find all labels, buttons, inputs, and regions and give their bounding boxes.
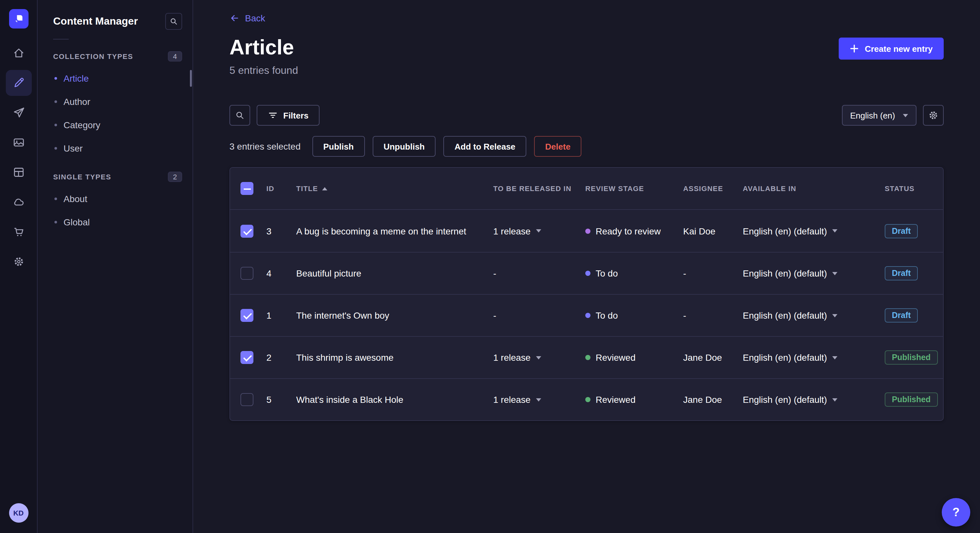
row-checkbox[interactable] (240, 351, 253, 364)
search-icon (169, 17, 178, 26)
column-assignee[interactable]: ASSIGNEE (683, 185, 743, 192)
column-review-stage[interactable]: REVIEW STAGE (585, 185, 683, 192)
column-id[interactable]: ID (266, 185, 296, 192)
cell-available-in[interactable]: English (en) (default) (743, 394, 885, 405)
filters-button[interactable]: Filters (257, 105, 320, 125)
nav-deploy[interactable] (5, 189, 32, 215)
view-settings-button[interactable] (923, 105, 944, 125)
sidebar-search-button[interactable] (165, 13, 182, 30)
search-icon (235, 110, 245, 121)
nav-content-type-builder[interactable] (5, 159, 32, 185)
sidebar-section-single-types: SINGLE TYPES 2 AboutGlobal (38, 171, 192, 234)
avatar-initials: KD (13, 509, 24, 517)
chevron-down-icon (832, 398, 837, 401)
cell-to-be-released-in[interactable]: 1 release (493, 352, 585, 363)
cell-title: This shrimp is awesome (296, 352, 493, 363)
nav-content-manager[interactable] (5, 70, 32, 96)
nav-home[interactable] (5, 40, 32, 66)
nav-settings[interactable] (5, 249, 32, 274)
app-window: KD Content Manager COLLECTION TYPES 4 Ar… (0, 0, 980, 533)
entries-count: 5 entries found (229, 63, 298, 78)
chevron-down-icon (536, 398, 541, 401)
cell-review-stage: Ready to review (585, 226, 683, 236)
back-link[interactable]: Back (229, 13, 265, 23)
section-label: SINGLE TYPES (53, 173, 111, 181)
cell-to-be-released-in[interactable]: 1 release (493, 226, 585, 236)
sidebar-item-article[interactable]: Article (48, 67, 187, 90)
sidebar-item-about[interactable]: About (48, 187, 187, 211)
gear-icon (928, 109, 939, 121)
bullet-icon (54, 221, 57, 224)
sidebar-item-label: User (64, 143, 83, 154)
user-avatar[interactable]: KD (9, 503, 28, 523)
cell-to-be-released-in[interactable]: 1 release (493, 394, 585, 405)
home-icon (12, 47, 25, 60)
column-title[interactable]: TITLE (296, 185, 493, 192)
column-to-be-released-in[interactable]: TO BE RELEASED IN (493, 185, 585, 192)
cell-status: Draft (885, 266, 933, 281)
rail-items (5, 40, 32, 274)
column-status[interactable]: STATUS (885, 185, 933, 192)
cell-available-in[interactable]: English (en) (default) (743, 226, 885, 236)
publish-button[interactable]: Publish (312, 136, 364, 157)
sidebar-item-label: Article (64, 73, 89, 84)
strapi-logo[interactable] (9, 9, 28, 29)
sidebar-item-label: About (64, 194, 87, 204)
cell-to-be-released-in[interactable]: - (493, 310, 585, 320)
cell-title: What's inside a Black Hole (296, 394, 493, 405)
table-row[interactable]: 3 A bug is becoming a meme on the intern… (230, 210, 943, 252)
strapi-logo-icon (13, 14, 24, 24)
create-entry-button[interactable]: Create new entry (839, 38, 944, 60)
table-header: ID TITLE TO BE RELEASED IN REVIEW STAGE … (230, 168, 943, 210)
table-row[interactable]: 5 What's inside a Black Hole 1 release R… (230, 378, 943, 420)
section-count-badge: 2 (168, 171, 182, 182)
divider (53, 39, 69, 40)
cell-id: 1 (266, 310, 296, 320)
status-badge: Published (885, 392, 937, 407)
table-row[interactable]: 1 The internet's Own boy - To do - Engli… (230, 294, 943, 336)
sidebar-item-label: Global (64, 217, 90, 227)
delete-button[interactable]: Delete (534, 136, 581, 157)
locale-select[interactable]: English (en) (842, 105, 916, 125)
search-button[interactable] (229, 105, 250, 125)
cell-available-in[interactable]: English (en) (default) (743, 268, 885, 279)
select-all-checkbox[interactable] (240, 182, 253, 195)
row-checkbox[interactable] (240, 309, 253, 322)
cell-to-be-released-in[interactable]: - (493, 268, 585, 279)
add-to-release-button[interactable]: Add to Release (443, 136, 526, 157)
sidebar-item-user[interactable]: User (48, 136, 187, 160)
table-row[interactable]: 4 Beautiful picture - To do - English (e… (230, 252, 943, 294)
cell-id: 2 (266, 352, 296, 363)
stage-dot-icon (585, 397, 590, 402)
cell-id: 5 (266, 394, 296, 405)
sidebar-item-author[interactable]: Author (48, 90, 187, 113)
cell-available-in[interactable]: English (en) (default) (743, 352, 885, 363)
sidebar-item-label: Category (64, 120, 100, 130)
unpublish-button[interactable]: Unpublish (372, 136, 436, 157)
nav-marketplace[interactable] (5, 219, 32, 245)
plus-icon (850, 44, 859, 53)
row-checkbox[interactable] (240, 393, 253, 406)
help-button[interactable]: ? (942, 498, 970, 527)
cell-review-stage: Reviewed (585, 352, 683, 363)
stage-dot-icon (585, 355, 590, 360)
active-indicator (190, 70, 192, 87)
content-manager-sidebar: Content Manager COLLECTION TYPES 4 Artic… (38, 0, 193, 533)
cell-assignee: - (683, 268, 743, 279)
cell-assignee: Jane Doe (683, 394, 743, 405)
nav-releases[interactable] (5, 100, 32, 125)
sidebar-item-category[interactable]: Category (48, 113, 187, 136)
nav-media-library[interactable] (5, 130, 32, 155)
media-library-icon (12, 136, 25, 149)
table-body: 3 A bug is becoming a meme on the intern… (230, 210, 943, 420)
row-checkbox[interactable] (240, 224, 253, 237)
section-items: ArticleAuthorCategoryUser (38, 67, 192, 160)
sidebar-item-global[interactable]: Global (48, 211, 187, 234)
cell-available-in[interactable]: English (en) (default) (743, 310, 885, 320)
row-checkbox[interactable] (240, 267, 253, 280)
cell-id: 4 (266, 268, 296, 279)
column-available-in[interactable]: AVAILABLE IN (743, 185, 885, 192)
table-row[interactable]: 2 This shrimp is awesome 1 release Revie… (230, 336, 943, 378)
main-content: Back Article 5 entries found Create new … (193, 0, 980, 533)
cell-review-stage: To do (585, 268, 683, 279)
